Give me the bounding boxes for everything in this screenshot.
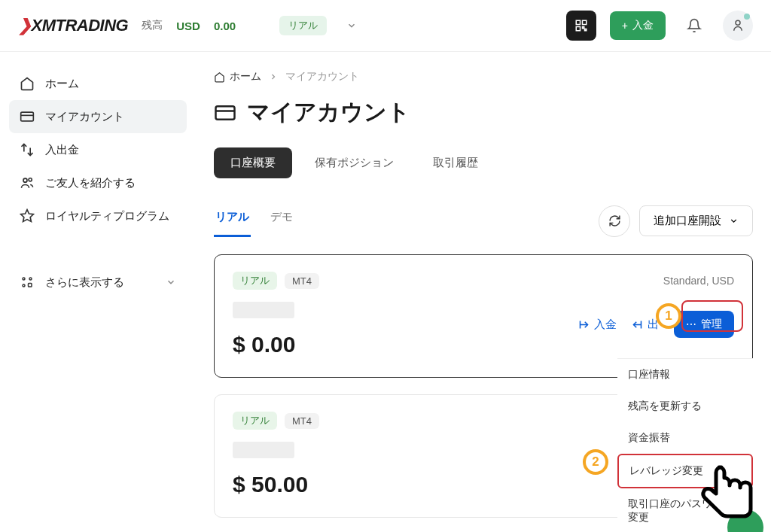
plus-icon: + — [622, 20, 628, 32]
svg-point-5 — [736, 20, 740, 25]
annotation-badge-1: 1 — [656, 303, 681, 329]
balance-label: 残高 — [142, 19, 163, 32]
card-icon — [214, 102, 236, 124]
mode-dropdown-icon[interactable] — [346, 20, 357, 31]
chip-real: リアル — [233, 412, 277, 430]
profile-button[interactable] — [723, 11, 753, 41]
status-dot-icon — [744, 14, 750, 20]
manage-dropdown: 口座情報 残高を更新する 資金振替 2 レバレッジ変更 取引口座のパスワード変更… — [617, 358, 753, 532]
dots-icon: ⋯ — [686, 318, 696, 330]
svg-rect-3 — [582, 27, 584, 29]
chip-platform: MT4 — [285, 273, 319, 289]
breadcrumb-current: マイアカウント — [285, 70, 359, 84]
account-type: Standard, USD — [663, 275, 734, 287]
breadcrumb: ホーム マイアカウント — [214, 70, 753, 84]
qr-button[interactable] — [566, 11, 596, 41]
deposit-link[interactable]: 入金 — [578, 318, 617, 332]
svg-rect-0 — [576, 20, 580, 24]
chevron-right-icon — [269, 72, 278, 81]
svg-point-8 — [23, 178, 27, 182]
dropdown-item-account-info[interactable]: 口座情報 — [617, 359, 753, 391]
account-id-placeholder — [233, 302, 294, 318]
sidebar-item-label: ロイヤルティプログラム — [45, 209, 169, 223]
dropdown-item-leverage-change[interactable]: レバレッジ変更 — [617, 454, 753, 488]
sidebar-item-refer[interactable]: ご友人を紹介する — [9, 166, 187, 199]
tab-history[interactable]: 取引履歴 — [416, 147, 495, 178]
balance-value: 0.00 — [214, 20, 236, 32]
refresh-button[interactable] — [599, 205, 630, 237]
svg-rect-4 — [584, 29, 586, 31]
sidebar-item-label: ホーム — [45, 77, 79, 91]
notifications-button[interactable] — [679, 11, 709, 41]
svg-point-9 — [29, 178, 32, 181]
sidebar-item-more[interactable]: さらに表示する — [9, 266, 187, 299]
logo[interactable]: ❯XMTRADING — [18, 16, 128, 35]
home-icon — [20, 76, 35, 91]
chevron-down-icon — [729, 216, 739, 226]
sub-tabs: リアル デモ — [214, 204, 294, 238]
subtab-demo[interactable]: デモ — [269, 204, 294, 237]
transfer-icon — [20, 142, 35, 157]
balance-currency: USD — [176, 20, 200, 32]
sidebar-item-loyalty[interactable]: ロイヤルティプログラム — [9, 199, 187, 233]
svg-rect-2 — [576, 27, 580, 31]
withdraw-link[interactable]: 出 — [632, 318, 659, 332]
svg-rect-14 — [29, 284, 32, 287]
svg-rect-6 — [21, 112, 34, 121]
sidebar-item-my-account[interactable]: マイアカウント — [9, 100, 187, 133]
account-id-placeholder — [233, 442, 294, 458]
svg-rect-15 — [216, 106, 235, 120]
sidebar-item-label: 入出金 — [45, 143, 79, 157]
people-icon — [20, 175, 35, 190]
chevron-down-icon — [166, 277, 176, 287]
dropdown-item-fund-transfer[interactable]: 資金振替 — [617, 422, 753, 454]
deposit-button[interactable]: + 入金 — [610, 11, 666, 40]
add-account-button[interactable]: 追加口座開設 — [639, 205, 753, 236]
grid-icon — [20, 275, 35, 290]
sidebar-item-label: マイアカウント — [45, 110, 124, 124]
mode-badge[interactable]: リアル — [279, 16, 327, 35]
primary-tabs: 口座概要 保有ポジション 取引履歴 — [214, 147, 753, 178]
sidebar-item-label: さらに表示する — [45, 275, 124, 290]
subtab-real[interactable]: リアル — [214, 204, 251, 237]
dropdown-item-update-balance[interactable]: 残高を更新する — [617, 391, 753, 422]
svg-point-11 — [23, 278, 25, 280]
tab-overview[interactable]: 口座概要 — [214, 147, 292, 178]
tab-positions[interactable]: 保有ポジション — [298, 147, 410, 178]
card-icon — [20, 109, 35, 124]
sidebar-item-home[interactable]: ホーム — [9, 67, 187, 100]
annotation-badge-2: 2 — [583, 449, 608, 475]
header: ❯XMTRADING 残高 USD 0.00 リアル + 入金 — [0, 0, 771, 52]
sidebar-item-transfer[interactable]: 入出金 — [9, 133, 187, 166]
svg-rect-1 — [582, 20, 586, 24]
breadcrumb-home[interactable]: ホーム — [214, 70, 261, 84]
sidebar-item-label: ご友人を紹介する — [45, 176, 136, 190]
svg-point-12 — [29, 278, 32, 280]
page-title: マイアカウント — [214, 97, 753, 128]
sidebar: ホーム マイアカウント 入出金 ご友人を紹介する ロイヤルティプログラム — [0, 52, 196, 532]
svg-marker-10 — [21, 210, 34, 222]
chip-platform: MT4 — [285, 413, 319, 429]
svg-point-13 — [23, 284, 25, 287]
chip-real: リアル — [233, 272, 277, 290]
star-icon — [20, 208, 35, 223]
manage-button[interactable]: ⋯ 管理 — [674, 311, 734, 338]
